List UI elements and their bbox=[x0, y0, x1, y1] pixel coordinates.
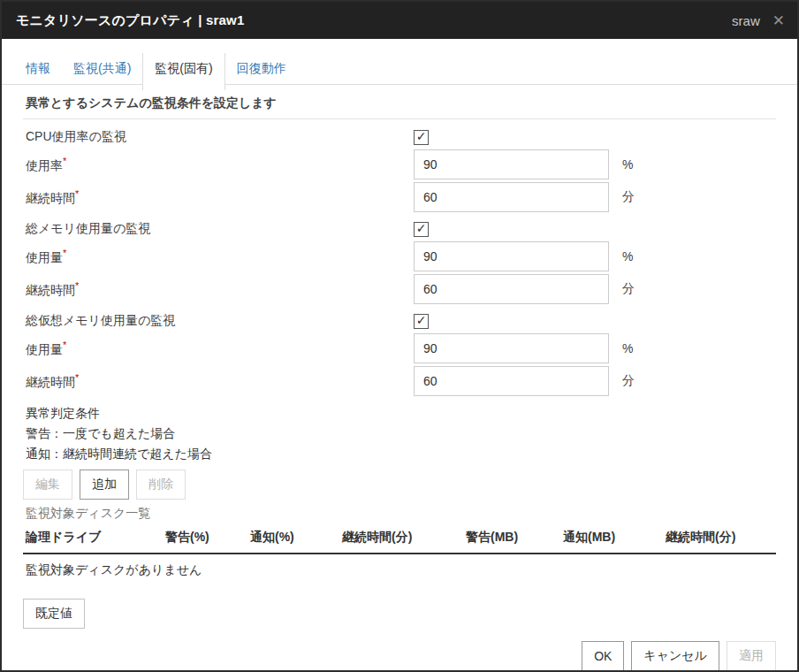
usage-rate-input[interactable] bbox=[414, 149, 609, 179]
section-heading: 異常とするシステムの監視条件を設定します bbox=[23, 95, 776, 119]
tab-monitor-common[interactable]: 監視(共通) bbox=[62, 53, 142, 84]
delete-button: 削除 bbox=[136, 470, 186, 500]
empty-message: 監視対象ディスクがありません bbox=[23, 554, 776, 586]
check-icon: ✓ bbox=[416, 314, 427, 326]
duration-label: 継続時間* bbox=[23, 372, 414, 391]
required-asterisk: * bbox=[63, 340, 66, 350]
col-duration-min-2: 継続時間(分) bbox=[663, 524, 776, 554]
monitor-resource-properties-dialog: モニタリソースのプロパティ | sraw1 sraw ✕ 情報 監視(共通) 監… bbox=[0, 0, 799, 672]
required-asterisk: * bbox=[75, 372, 79, 383]
unit-label: 分 bbox=[622, 189, 635, 205]
default-values-button[interactable]: 既定値 bbox=[23, 599, 85, 629]
note-line-title: 異常判定条件 bbox=[26, 403, 776, 424]
resource-type-label: sraw bbox=[732, 13, 760, 28]
tab-info[interactable]: 情報 bbox=[14, 53, 62, 84]
duration-label: 継続時間* bbox=[23, 280, 414, 299]
total-memory-monitor-label: 総メモリ使用量の監視 bbox=[23, 221, 414, 237]
edit-button: 編集 bbox=[23, 470, 72, 500]
titlebar: モニタリソースのプロパティ | sraw1 sraw ✕ bbox=[2, 2, 797, 39]
disk-list-toolbar: 編集 追加 削除 bbox=[23, 470, 776, 500]
apply-button: 適用 bbox=[727, 641, 776, 671]
usage-amount-label: 使用量* bbox=[23, 248, 414, 266]
dialog-title: モニタリソースのプロパティ | sraw1 bbox=[16, 12, 732, 29]
check-icon: ✓ bbox=[416, 222, 427, 234]
usage-rate-label: 使用率* bbox=[23, 156, 414, 174]
unit-label: 分 bbox=[622, 281, 635, 297]
note-line-warning: 警告：一度でも超えた場合 bbox=[26, 424, 776, 444]
required-asterisk: * bbox=[75, 188, 79, 199]
total-virtual-memory-monitor-label: 総仮想メモリ使用量の監視 bbox=[23, 313, 414, 329]
footer-buttons: OK キャンセル 適用 bbox=[23, 641, 776, 671]
col-notice-mb: 通知(MB) bbox=[560, 524, 663, 554]
disk-table-header-row: 論理ドライブ 警告(%) 通知(%) 継続時間(分) 警告(MB) 通知(MB)… bbox=[23, 524, 776, 554]
col-warning-mb: 警告(MB) bbox=[463, 524, 560, 554]
tab-recovery-action[interactable]: 回復動作 bbox=[225, 53, 298, 84]
tab-monitor-special[interactable]: 監視(固有) bbox=[142, 53, 224, 90]
empty-row: 監視対象ディスクがありません bbox=[23, 554, 776, 586]
note-line-notice: 通知：継続時間連続で超えた場合 bbox=[26, 444, 776, 464]
duration-label: 継続時間* bbox=[23, 188, 414, 207]
col-notice-percent: 通知(%) bbox=[247, 524, 339, 554]
duration-input[interactable] bbox=[414, 182, 609, 212]
duration-input[interactable] bbox=[414, 274, 609, 304]
tab-panel-monitor-special: 異常とするシステムの監視条件を設定します CPU使用率の監視 ✓ 使用率* % … bbox=[2, 95, 797, 671]
usage-amount-input[interactable] bbox=[414, 241, 609, 271]
abnormality-condition-note: 異常判定条件 警告：一度でも超えた場合 通知：継続時間連続で超えた場合 bbox=[23, 403, 776, 464]
duration-input[interactable] bbox=[414, 366, 609, 396]
col-warning-percent: 警告(%) bbox=[163, 524, 247, 554]
col-duration-min-1: 継続時間(分) bbox=[339, 524, 463, 554]
unit-label: 分 bbox=[622, 373, 635, 389]
cpu-usage-monitor-checkbox[interactable]: ✓ bbox=[414, 130, 429, 145]
required-asterisk: * bbox=[63, 156, 66, 166]
unit-label: % bbox=[622, 341, 633, 355]
unit-label: % bbox=[622, 157, 633, 172]
unit-label: % bbox=[622, 249, 633, 263]
cpu-usage-group: CPU使用率の監視 ✓ 使用率* % 継続時間* 分 bbox=[23, 126, 776, 212]
close-icon[interactable]: ✕ bbox=[772, 13, 785, 28]
cancel-button[interactable]: キャンセル bbox=[631, 641, 719, 671]
total-virtual-memory-monitor-checkbox[interactable]: ✓ bbox=[414, 314, 429, 329]
check-icon: ✓ bbox=[416, 130, 427, 142]
total-memory-group: 総メモリ使用量の監視 ✓ 使用量* % 継続時間* 分 bbox=[23, 218, 776, 304]
col-logical-drive: 論理ドライブ bbox=[23, 524, 163, 554]
total-virtual-memory-group: 総仮想メモリ使用量の監視 ✓ 使用量* % 継続時間* 分 bbox=[23, 310, 776, 396]
disk-list-label: 監視対象ディスク一覧 bbox=[23, 506, 776, 522]
required-asterisk: * bbox=[75, 280, 79, 291]
cpu-usage-monitor-label: CPU使用率の監視 bbox=[23, 129, 414, 145]
add-button[interactable]: 追加 bbox=[80, 470, 129, 500]
usage-amount-input[interactable] bbox=[414, 333, 609, 363]
total-memory-monitor-checkbox[interactable]: ✓ bbox=[414, 222, 429, 237]
ok-button[interactable]: OK bbox=[582, 641, 624, 671]
required-asterisk: * bbox=[63, 248, 66, 258]
disk-list-table: 論理ドライブ 警告(%) 通知(%) 継続時間(分) 警告(MB) 通知(MB)… bbox=[23, 524, 776, 586]
tab-bar: 情報 監視(共通) 監視(固有) 回復動作 bbox=[2, 53, 797, 85]
usage-amount-label: 使用量* bbox=[23, 340, 414, 358]
